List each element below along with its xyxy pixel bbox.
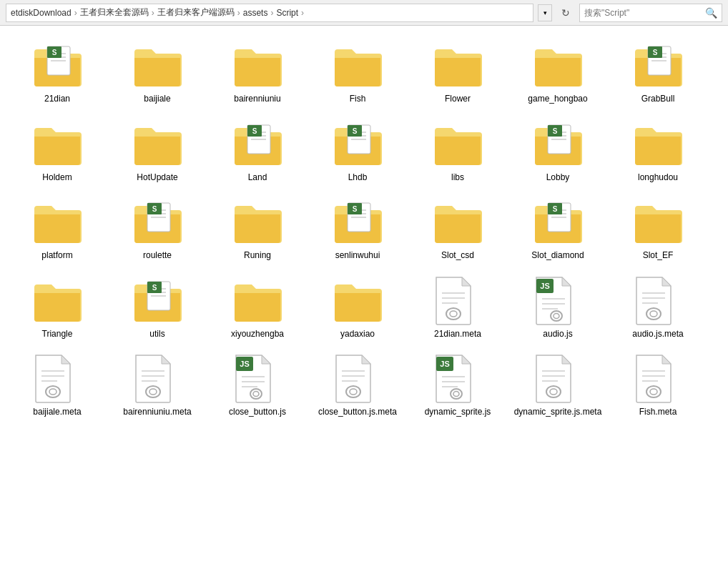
file-item[interactable]: Slot_EF: [608, 189, 708, 268]
file-item[interactable]: 21dian.meta: [408, 268, 508, 347]
file-item[interactable]: JS dynamic_sprite.js: [408, 346, 508, 425]
search-box[interactable]: 🔍: [579, 4, 722, 22]
file-label: dynamic_sprite.js: [425, 407, 491, 418]
search-icon[interactable]: 🔍: [705, 7, 717, 19]
file-icon: [31, 196, 83, 247]
breadcrumb-item-1[interactable]: 王者归来全套源码: [80, 6, 149, 19]
svg-text:S: S: [353, 205, 358, 213]
file-item[interactable]: S GrabBull: [608, 33, 708, 112]
file-icon: [332, 39, 383, 91]
file-item[interactable]: HotUpdate: [107, 112, 207, 190]
file-icon: [432, 196, 483, 247]
file-icon: [232, 196, 283, 247]
file-item[interactable]: Flower: [408, 33, 508, 112]
file-item[interactable]: yadaxiao: [308, 268, 408, 347]
file-icon: JS: [432, 352, 483, 404]
file-item[interactable]: baijiale: [107, 33, 207, 112]
file-item[interactable]: S 21dian: [7, 33, 107, 112]
file-label: 21dian.meta: [434, 329, 481, 340]
svg-text:S: S: [553, 205, 558, 213]
file-icon: S: [532, 118, 584, 169]
file-label: 21dian: [44, 94, 70, 105]
file-item[interactable]: baijiale.meta: [7, 346, 107, 425]
refresh-button[interactable]: ↻: [556, 4, 575, 22]
file-icon: [532, 39, 584, 91]
file-item[interactable]: S roulette: [107, 189, 207, 268]
file-item[interactable]: S senlinwuhui: [308, 189, 408, 268]
file-item[interactable]: bairenniuniu: [207, 33, 308, 112]
file-icon: [632, 352, 684, 404]
breadcrumb[interactable]: etdiskDownload › 王者归来全套源码 › 王者归来客户端源码 › …: [6, 4, 533, 22]
file-label: Runing: [244, 250, 271, 262]
file-label: platform: [41, 250, 72, 262]
search-input[interactable]: [584, 8, 702, 18]
file-item[interactable]: longhudou: [608, 112, 708, 190]
file-item[interactable]: libs: [408, 112, 508, 190]
svg-text:JS: JS: [540, 282, 549, 290]
file-label: HotUpdate: [137, 172, 177, 184]
file-icon: S: [31, 39, 83, 91]
file-icon: S: [232, 118, 283, 169]
file-label: close_button.js.meta: [318, 407, 397, 418]
file-item[interactable]: Fish: [308, 33, 408, 112]
file-label: senlinwuhui: [335, 250, 380, 262]
file-item[interactable]: audio.js.meta: [608, 268, 708, 347]
file-label: longhudou: [638, 172, 678, 184]
file-item[interactable]: Runing: [207, 189, 308, 268]
file-item[interactable]: Fish.meta: [608, 346, 708, 425]
file-label: Lhdb: [348, 172, 368, 184]
file-item[interactable]: bairenniuniu.meta: [107, 346, 207, 425]
file-icon: S: [332, 118, 383, 169]
file-item[interactable]: Holdem: [7, 112, 107, 190]
file-item[interactable]: platform: [7, 189, 107, 268]
file-label: Slot_csd: [441, 250, 474, 262]
file-icon: [132, 39, 183, 91]
file-label: bairenniuniu.meta: [123, 407, 191, 418]
file-icon: [332, 352, 383, 404]
svg-text:S: S: [52, 49, 57, 56]
file-icon: [632, 274, 684, 326]
file-icon: S: [632, 39, 684, 91]
breadcrumb-item-2[interactable]: 王者归来客户端源码: [157, 6, 235, 19]
breadcrumb-dropdown-button[interactable]: ▾: [538, 4, 552, 21]
file-label: libs: [451, 172, 464, 184]
svg-text:S: S: [553, 127, 558, 135]
file-item[interactable]: S utils: [107, 268, 207, 347]
file-label: Slot_diamond: [531, 250, 584, 262]
svg-text:S: S: [152, 284, 157, 292]
svg-text:S: S: [252, 127, 257, 135]
file-icon: [532, 352, 584, 404]
file-label: baijiale.meta: [33, 407, 81, 418]
file-label: Triangle: [42, 329, 73, 340]
file-label: utils: [149, 329, 164, 340]
file-item[interactable]: xiyouzhengba: [207, 268, 308, 347]
file-icon: JS: [532, 274, 584, 326]
file-icon: S: [532, 196, 584, 247]
file-item[interactable]: Slot_csd: [408, 189, 508, 268]
file-item[interactable]: S Lobby: [508, 112, 608, 190]
file-item[interactable]: JS close_button.js: [207, 346, 308, 425]
file-icon: S: [332, 196, 383, 247]
file-label: xiyouzhengba: [231, 329, 284, 340]
file-icon: [232, 274, 283, 326]
address-bar: etdiskDownload › 王者归来全套源码 › 王者归来客户端源码 › …: [0, 0, 728, 26]
file-item[interactable]: S Slot_diamond: [508, 189, 608, 268]
file-item[interactable]: Triangle: [7, 268, 107, 347]
file-label: Slot_EF: [643, 250, 674, 262]
file-item[interactable]: S Lhdb: [308, 112, 408, 190]
breadcrumb-item-0[interactable]: etdiskDownload: [11, 8, 72, 18]
breadcrumb-item-4[interactable]: Script: [276, 8, 298, 18]
file-item[interactable]: close_button.js.meta: [308, 346, 408, 425]
file-item[interactable]: game_hongbao: [508, 33, 608, 112]
file-label: Flower: [445, 94, 471, 105]
file-item[interactable]: JS audio.js: [508, 268, 608, 347]
file-icon: [432, 274, 483, 326]
file-label: Fish.meta: [639, 407, 677, 418]
svg-text:JS: JS: [440, 360, 449, 368]
file-label: yadaxiao: [340, 329, 375, 340]
file-item[interactable]: S Land: [207, 112, 308, 190]
svg-text:S: S: [152, 205, 157, 213]
breadcrumb-item-3[interactable]: assets: [243, 8, 268, 18]
file-icon: S: [132, 196, 183, 247]
file-item[interactable]: dynamic_sprite.js.meta: [508, 346, 608, 425]
